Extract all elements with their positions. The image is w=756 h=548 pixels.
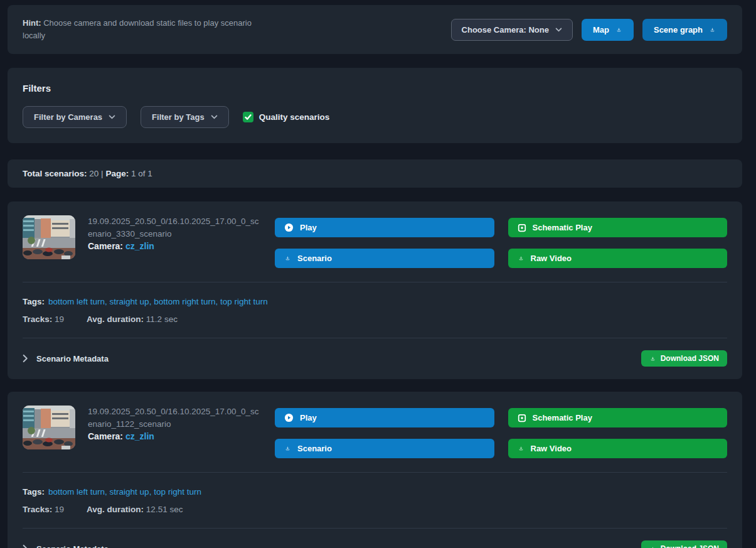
scenario-title: 19.09.2025_20.50_0/16.10.2025_17.00_0_sc…	[88, 215, 262, 240]
stats-row: Tracks: 19 Avg. duration: 11.2 sec	[23, 314, 727, 324]
scenario-download-label: Scenario	[297, 254, 332, 263]
scene-graph-button-label: Scene graph	[654, 25, 703, 35]
camera-label: Camera:	[88, 431, 123, 441]
scenario-download-button[interactable]: Scenario	[275, 249, 494, 268]
scenario-thumbnail[interactable]	[23, 215, 75, 259]
checkbox-checked-icon[interactable]	[243, 112, 253, 122]
tracks-label: Tracks:	[23, 505, 52, 514]
map-download-button[interactable]: Map	[582, 19, 634, 41]
filters-title: Filters	[23, 83, 727, 94]
scenario-download-label: Scenario	[297, 444, 332, 453]
download-icon	[518, 256, 524, 261]
play-circle-icon	[284, 413, 294, 422]
scenario-thumbnail[interactable]	[23, 406, 75, 449]
tracks-value: 19	[55, 505, 64, 514]
filters-panel: Filters Filter by Cameras Filter by Tags…	[8, 68, 742, 143]
total-scenarios-value: 20	[89, 169, 98, 178]
download-json-button[interactable]: Download JSON	[641, 540, 727, 548]
page: Hint: Choose camera and download static …	[0, 0, 756, 548]
camera-link[interactable]: cz_zlin	[125, 241, 154, 251]
chevron-right-icon	[23, 544, 28, 548]
tags-label: Tags:	[23, 297, 45, 306]
metadata-row: Scenario Metadata Download JSON	[23, 540, 727, 548]
chevron-down-icon	[109, 115, 115, 119]
download-json-label: Download JSON	[661, 544, 719, 548]
download-icon	[284, 446, 291, 451]
download-json-label: Download JSON	[661, 354, 719, 363]
metadata-row: Scenario Metadata Download JSON	[23, 350, 727, 367]
hint-body: Choose camera and download static files …	[23, 18, 252, 40]
scenario-metadata-expander[interactable]: Scenario Metadata	[23, 354, 109, 363]
schematic-play-button[interactable]: Schematic Play	[508, 218, 728, 237]
avg-duration-label: Avg. duration:	[87, 314, 144, 324]
map-button-label: Map	[593, 25, 609, 35]
scene-graph-download-button[interactable]: Scene graph	[642, 19, 727, 41]
tag-link[interactable]: bottom left turn	[48, 487, 110, 497]
tag-link[interactable]: straight up	[110, 297, 154, 306]
raw-video-label: Raw Video	[531, 254, 572, 263]
download-icon	[709, 28, 716, 32]
play-button[interactable]: Play	[275, 408, 494, 427]
scenario-info: 19.09.2025_20.50_0/16.10.2025_17.00_0_sc…	[88, 215, 262, 268]
quality-scenarios-toggle[interactable]: Quality scenarios	[243, 112, 330, 122]
schematic-play-button-label: Schematic Play	[533, 223, 592, 232]
scenario-metadata-label: Scenario Metadata	[36, 354, 109, 363]
page-value: 1 of 1	[131, 169, 152, 178]
camera-link[interactable]: cz_zlin	[125, 431, 154, 441]
choose-camera-label: Choose Camera: None	[462, 25, 549, 35]
page-label: Page:	[105, 169, 129, 178]
avg-duration-value: 11.2 sec	[146, 314, 178, 324]
scenario-card: 19.09.2025_20.50_0/16.10.2025_17.00_0_sc…	[8, 392, 742, 548]
tracks-stat: Tracks: 19	[23, 505, 64, 514]
scenario-title: 19.09.2025_20.50_0/16.10.2025_17.00_0_sc…	[88, 406, 262, 430]
scenario-actions: Play Schematic Play Scenario Raw Video	[275, 218, 727, 268]
scenario-actions: Play Schematic Play Scenario Raw Video	[275, 408, 727, 458]
chevron-right-icon	[23, 354, 28, 363]
avg-duration-stat: Avg. duration: 11.2 sec	[87, 314, 178, 324]
scenario-download-button[interactable]: Scenario	[275, 439, 494, 458]
raw-video-button[interactable]: Raw Video	[508, 249, 728, 268]
card-divider	[23, 472, 727, 473]
schematic-play-button[interactable]: Schematic Play	[508, 408, 728, 427]
avg-duration-label: Avg. duration:	[87, 505, 144, 514]
tracks-label: Tracks:	[23, 314, 52, 324]
tag-link[interactable]: bottom right turn	[154, 297, 220, 306]
card-divider	[23, 338, 727, 338]
avg-duration-value: 12.51 sec	[146, 505, 183, 514]
download-icon	[649, 357, 656, 361]
pagination-bar: Total scenarios: 20 | Page: 1 of 1	[8, 159, 742, 188]
top-controls: Choose Camera: None Map Scene graph	[451, 19, 727, 41]
schematic-play-icon	[518, 223, 526, 232]
play-button[interactable]: Play	[275, 218, 494, 237]
tag-link[interactable]: top right turn	[220, 297, 268, 306]
hint-text: Hint: Choose camera and download static …	[23, 17, 261, 42]
tag-link[interactable]: straight up	[110, 487, 154, 497]
filter-by-cameras-label: Filter by Cameras	[34, 112, 102, 122]
scenario-metadata-expander[interactable]: Scenario Metadata	[23, 544, 109, 548]
pagination-separator: |	[101, 169, 104, 178]
avg-duration-stat: Avg. duration: 12.51 sec	[87, 505, 183, 514]
scenario-card-header: 19.09.2025_20.50_0/16.10.2025_17.00_0_sc…	[23, 215, 727, 268]
download-icon	[615, 28, 622, 32]
scenario-camera-row: Camera: cz_zlin	[88, 241, 262, 251]
download-icon	[518, 446, 524, 451]
card-divider	[23, 528, 727, 529]
raw-video-button[interactable]: Raw Video	[508, 439, 728, 458]
scenario-info: 19.09.2025_20.50_0/16.10.2025_17.00_0_sc…	[88, 406, 262, 458]
tags-label: Tags:	[23, 487, 45, 497]
choose-camera-select[interactable]: Choose Camera: None	[451, 19, 573, 41]
tag-link[interactable]: bottom left turn	[48, 297, 110, 306]
tags-row: Tags:bottom left turnstraight uptop righ…	[23, 487, 727, 497]
scenario-card: 19.09.2025_20.50_0/16.10.2025_17.00_0_sc…	[8, 201, 742, 379]
scenario-camera-row: Camera: cz_zlin	[88, 431, 262, 441]
raw-video-label: Raw Video	[531, 444, 572, 453]
filter-by-tags-select[interactable]: Filter by Tags	[141, 106, 229, 128]
download-icon	[284, 256, 291, 261]
hint-panel: Hint: Choose camera and download static …	[8, 5, 742, 54]
tracks-value: 19	[55, 314, 64, 324]
tag-link[interactable]: top right turn	[154, 487, 201, 497]
filter-by-cameras-select[interactable]: Filter by Cameras	[23, 106, 127, 128]
stats-row: Tracks: 19 Avg. duration: 12.51 sec	[23, 505, 727, 514]
download-json-button[interactable]: Download JSON	[641, 350, 727, 367]
chevron-down-icon	[211, 115, 218, 119]
